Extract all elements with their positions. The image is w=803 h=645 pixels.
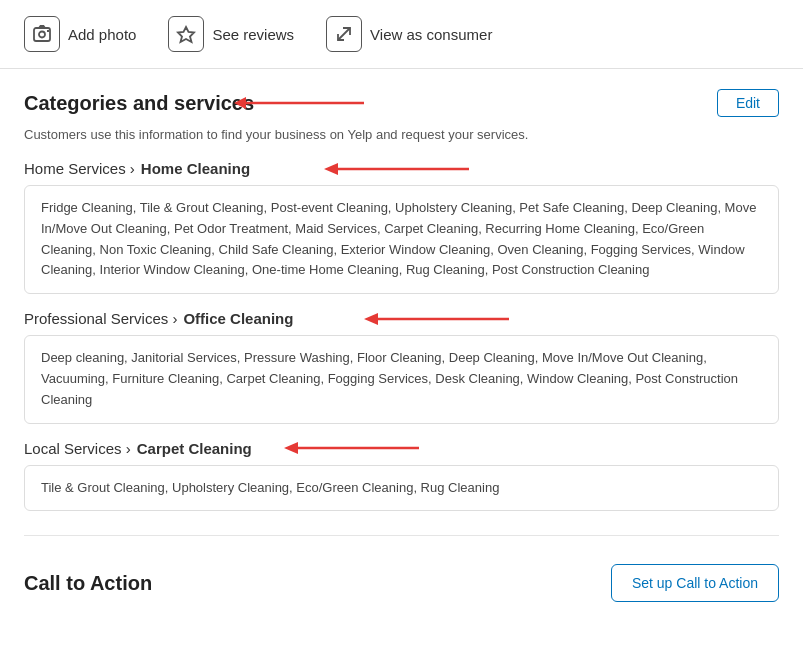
svg-point-1: [39, 32, 45, 38]
cta-section: Call to Action Set up Call to Action: [24, 560, 779, 606]
category-group-carpet-cleaning: Local Services › Carpet Cleaning Tile & …: [24, 440, 779, 512]
main-content: Categories and services Edit Customers u…: [0, 69, 803, 626]
svg-marker-5: [234, 97, 246, 109]
add-photo-icon: [24, 16, 60, 52]
edit-button[interactable]: Edit: [717, 89, 779, 117]
category-group-home-cleaning: Home Services › Home Cleaning Fridge Cle…: [24, 160, 779, 294]
svg-marker-9: [364, 313, 378, 325]
see-reviews-icon: [168, 16, 204, 52]
category-heading-home-cleaning: Home Services › Home Cleaning: [24, 160, 779, 177]
svg-rect-0: [34, 28, 50, 41]
carpet-cleaning-arrow: [284, 438, 419, 458]
see-reviews-button[interactable]: See reviews: [168, 16, 294, 52]
svg-marker-3: [178, 27, 194, 42]
see-reviews-label: See reviews: [212, 26, 294, 43]
child-category-carpet-cleaning: Carpet Cleaning: [137, 440, 252, 457]
category-group-office-cleaning: Professional Services › Office Cleaning …: [24, 310, 779, 423]
add-photo-button[interactable]: Add photo: [24, 16, 136, 52]
child-category-office-cleaning: Office Cleaning: [183, 310, 293, 327]
carpet-cleaning-services: Tile & Grout Cleaning, Upholstery Cleani…: [24, 465, 779, 512]
office-cleaning-arrow: [364, 309, 509, 329]
setup-cta-button[interactable]: Set up Call to Action: [611, 564, 779, 602]
home-cleaning-arrow: [324, 159, 469, 179]
child-category-home-cleaning: Home Cleaning: [141, 160, 250, 177]
view-as-consumer-button[interactable]: View as consumer: [326, 16, 492, 52]
home-cleaning-services: Fridge Cleaning, Tile & Grout Cleaning, …: [24, 185, 779, 294]
section-description: Customers use this information to find y…: [24, 127, 779, 142]
parent-category-local: Local Services ›: [24, 440, 131, 457]
view-as-consumer-icon: [326, 16, 362, 52]
title-arrow: [234, 93, 364, 113]
parent-category-professional: Professional Services ›: [24, 310, 177, 327]
svg-marker-11: [284, 442, 298, 454]
categories-section-header: Categories and services Edit: [24, 89, 779, 117]
category-heading-office-cleaning: Professional Services › Office Cleaning: [24, 310, 779, 327]
action-bar: Add photo See reviews View as consumer: [0, 0, 803, 69]
svg-marker-7: [324, 163, 338, 175]
view-as-consumer-label: View as consumer: [370, 26, 492, 43]
section-divider: [24, 535, 779, 536]
parent-category-home: Home Services ›: [24, 160, 135, 177]
add-photo-label: Add photo: [68, 26, 136, 43]
categories-title: Categories and services: [24, 92, 254, 115]
office-cleaning-services: Deep cleaning, Janitorial Services, Pres…: [24, 335, 779, 423]
cta-title: Call to Action: [24, 572, 152, 595]
category-heading-carpet-cleaning: Local Services › Carpet Cleaning: [24, 440, 779, 457]
